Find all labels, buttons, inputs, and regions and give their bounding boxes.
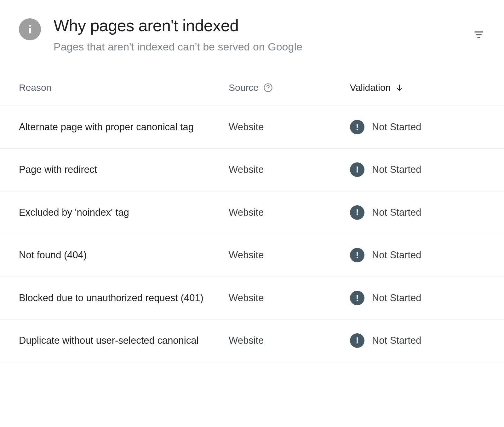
exclamation-icon: ! xyxy=(350,162,364,177)
table-row[interactable]: Page with redirect Website ! Not Started xyxy=(0,149,504,191)
svg-rect-0 xyxy=(475,32,483,33)
reason-text: Duplicate without user-selected canonica… xyxy=(19,333,218,348)
validation-cell: ! Not Started xyxy=(350,205,485,220)
validation-text: Not Started xyxy=(372,164,421,175)
source-cell: Website xyxy=(229,335,350,346)
source-text: Website xyxy=(229,207,264,218)
table-row[interactable]: Blocked due to unauthorized request (401… xyxy=(0,277,504,320)
source-text: Website xyxy=(229,335,264,346)
filter-icon[interactable] xyxy=(472,28,485,41)
reason-cell: Duplicate without user-selected canonica… xyxy=(19,333,229,348)
help-icon[interactable] xyxy=(263,83,273,93)
column-header-validation[interactable]: Validation xyxy=(350,82,485,93)
page-title: Why pages aren't indexed xyxy=(54,16,485,35)
exclamation-icon: ! xyxy=(350,291,364,305)
exclamation-icon: ! xyxy=(350,120,364,134)
index-coverage-card: i Why pages aren't indexed Pages that ar… xyxy=(0,0,504,362)
column-header-source[interactable]: Source xyxy=(229,82,350,93)
exclamation-icon: ! xyxy=(350,333,364,348)
card-header: i Why pages aren't indexed Pages that ar… xyxy=(0,0,504,67)
table-row[interactable]: Alternate page with proper canonical tag… xyxy=(0,106,504,149)
validation-text: Not Started xyxy=(372,335,421,346)
exclamation-icon: ! xyxy=(350,248,364,262)
validation-cell: ! Not Started xyxy=(350,248,485,262)
column-header-reason[interactable]: Reason xyxy=(19,82,229,93)
reason-cell: Blocked due to unauthorized request (401… xyxy=(19,291,229,306)
validation-cell: ! Not Started xyxy=(350,120,485,134)
validation-text: Not Started xyxy=(372,249,421,261)
validation-text: Not Started xyxy=(372,121,421,133)
reason-cell: Alternate page with proper canonical tag xyxy=(19,120,229,135)
source-cell: Website xyxy=(229,292,350,304)
source-text: Website xyxy=(229,249,264,261)
reason-cell: Excluded by 'noindex' tag xyxy=(19,205,229,220)
svg-rect-2 xyxy=(478,37,480,38)
source-text: Website xyxy=(229,292,264,304)
source-text: Website xyxy=(229,164,264,175)
reason-text: Excluded by 'noindex' tag xyxy=(19,205,218,220)
source-cell: Website xyxy=(229,249,350,261)
reason-cell: Page with redirect xyxy=(19,162,229,177)
validation-text: Not Started xyxy=(372,292,421,304)
reason-text: Alternate page with proper canonical tag xyxy=(19,120,218,135)
page-subtitle: Pages that aren't indexed can't be serve… xyxy=(54,40,485,54)
table-row[interactable]: Not found (404) Website ! Not Started xyxy=(0,234,504,277)
reason-cell: Not found (404) xyxy=(19,248,229,263)
table-row[interactable]: Excluded by 'noindex' tag Website ! Not … xyxy=(0,191,504,234)
source-cell: Website xyxy=(229,121,350,133)
svg-point-4 xyxy=(268,90,268,90)
source-cell: Website xyxy=(229,164,350,175)
header-text: Why pages aren't indexed Pages that aren… xyxy=(54,16,485,54)
table-row[interactable]: Duplicate without user-selected canonica… xyxy=(0,319,504,362)
info-icon: i xyxy=(19,18,41,40)
table-body: Alternate page with proper canonical tag… xyxy=(0,106,504,362)
validation-cell: ! Not Started xyxy=(350,291,485,305)
reason-text: Blocked due to unauthorized request (401… xyxy=(19,291,218,306)
validation-text: Not Started xyxy=(372,207,421,218)
reason-text: Not found (404) xyxy=(19,248,218,263)
source-text: Website xyxy=(229,121,264,133)
table-header-row: Reason Source Validation xyxy=(0,67,504,106)
reason-text: Page with redirect xyxy=(19,162,218,177)
sort-descending-icon xyxy=(395,83,404,92)
svg-rect-1 xyxy=(476,34,482,36)
exclamation-icon: ! xyxy=(350,205,364,220)
validation-cell: ! Not Started xyxy=(350,333,485,348)
source-cell: Website xyxy=(229,207,350,218)
validation-cell: ! Not Started xyxy=(350,162,485,177)
